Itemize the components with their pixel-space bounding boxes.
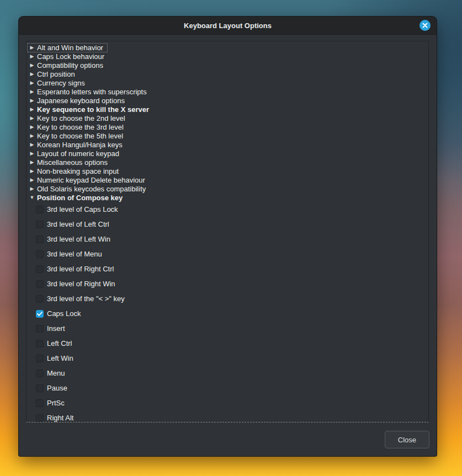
option-row[interactable]: Left Win <box>26 351 428 366</box>
checkbox-unchecked[interactable] <box>36 340 44 347</box>
checkbox-unchecked[interactable] <box>36 384 44 392</box>
option-row[interactable]: Insert <box>26 321 428 336</box>
option-label: Right Alt <box>47 414 73 422</box>
tree-item-label: Ctrl position <box>37 70 75 78</box>
checkbox-unchecked[interactable] <box>36 221 44 228</box>
tree-item[interactable]: ▶Esperanto letters with superscripts <box>26 87 428 96</box>
tree-item-line: ▶Layout of numeric keypad <box>28 149 123 158</box>
expander-collapsed-icon[interactable]: ▶ <box>29 151 35 156</box>
tree-item-label: Japanese keyboard options <box>37 97 125 105</box>
expander-collapsed-icon[interactable]: ▶ <box>29 159 35 165</box>
tree-item[interactable]: ▶Key to choose the 3rd level <box>26 122 428 131</box>
tree-item-line: ▶Non-breaking space input <box>28 167 123 175</box>
checkbox-unchecked[interactable] <box>36 280 44 288</box>
tree-item-label: Korean Hangul/Hanja keys <box>37 141 123 149</box>
expander-collapsed-icon[interactable]: ▶ <box>29 133 35 138</box>
tree-item[interactable]: ▶Caps Lock behaviour <box>26 52 428 61</box>
tree-item[interactable]: ▶Non-breaking space input <box>26 167 428 175</box>
checkbox-unchecked[interactable] <box>36 355 44 362</box>
option-row[interactable]: PrtSc <box>26 395 428 410</box>
tree-item[interactable]: ▶Currency signs <box>26 78 428 87</box>
option-row[interactable]: 3rd level of Left Win <box>26 232 428 247</box>
tree-item-line: ▶Numeric keypad Delete behaviour <box>28 176 149 184</box>
tree-item-line: ▶Japanese keyboard options <box>28 97 129 105</box>
option-row[interactable]: Pause <box>26 381 428 395</box>
option-row[interactable]: Left Ctrl <box>26 336 428 351</box>
close-button[interactable]: Close <box>385 431 429 448</box>
option-label: PrtSc <box>47 399 65 407</box>
expander-collapsed-icon[interactable]: ▶ <box>29 168 35 174</box>
checkbox-unchecked[interactable] <box>36 370 44 377</box>
tree-item[interactable]: ▶Key to choose the 5th level <box>26 131 428 140</box>
checkbox-unchecked[interactable] <box>36 414 44 422</box>
expander-collapsed-icon[interactable]: ▶ <box>29 54 35 59</box>
checkbox-unchecked[interactable] <box>36 295 44 303</box>
tree-item-line: ▶Key sequence to kill the X server <box>28 105 153 114</box>
tree-item-line: ▶Ctrl position <box>28 70 79 78</box>
tree-item[interactable]: ▶Korean Hangul/Hanja keys <box>26 140 428 149</box>
tree-item[interactable]: ▶Ctrl position <box>26 69 428 78</box>
checkbox-checked[interactable] <box>36 310 44 318</box>
option-row[interactable]: 3rd level of Menu <box>26 247 428 261</box>
expander-collapsed-icon[interactable]: ▶ <box>29 62 35 68</box>
checkbox-unchecked[interactable] <box>36 236 44 243</box>
option-row[interactable]: Caps Lock <box>26 306 428 321</box>
expander-collapsed-icon[interactable]: ▶ <box>29 115 35 121</box>
option-label: 3rd level of Left Win <box>47 235 110 243</box>
tree-item-line: ▶Key to choose the 3rd level <box>28 123 128 131</box>
tree-item-label: Key to choose the 2nd level <box>37 114 125 122</box>
tree-item-label: Esperanto letters with superscripts <box>37 88 147 96</box>
expander-expanded-icon[interactable]: ▼ <box>29 195 35 200</box>
expander-collapsed-icon[interactable]: ▶ <box>29 98 35 103</box>
option-row[interactable]: 3rd level of Left Ctrl <box>26 217 428 232</box>
tree-item[interactable]: ▶Key sequence to kill the X server <box>26 105 428 114</box>
checkbox-unchecked[interactable] <box>36 265 44 273</box>
expander-collapsed-icon[interactable]: ▶ <box>29 80 35 85</box>
option-label: 3rd level of the "< >" key <box>47 295 125 303</box>
expander-collapsed-icon[interactable]: ▶ <box>29 186 35 191</box>
tree-item-line: ▶Alt and Win behavior <box>28 44 107 52</box>
tree-item-label: Key to choose the 3rd level <box>37 123 124 131</box>
expander-collapsed-icon[interactable]: ▶ <box>29 71 35 77</box>
checkbox-unchecked[interactable] <box>36 399 44 407</box>
titlebar[interactable]: Keyboard Layout Options <box>19 17 437 35</box>
option-row[interactable]: 3rd level of the "< >" key <box>26 291 428 306</box>
checkbox-unchecked[interactable] <box>36 250 44 258</box>
expander-collapsed-icon[interactable]: ▶ <box>29 45 35 50</box>
option-row[interactable]: Menu <box>26 366 428 381</box>
tree-item-line: ▶Esperanto letters with superscripts <box>28 88 151 96</box>
tree-item-label: Caps Lock behaviour <box>37 52 104 61</box>
expander-collapsed-icon[interactable]: ▶ <box>29 177 35 183</box>
expander-collapsed-icon[interactable]: ▶ <box>29 142 35 147</box>
tree-item[interactable]: ▶Compatibility options <box>26 61 428 69</box>
tree-item[interactable]: ▶Old Solaris keycodes compatibility <box>26 184 428 193</box>
option-label: 3rd level of Caps Lock <box>47 205 118 213</box>
option-label: 3rd level of Right Win <box>47 280 115 288</box>
expander-collapsed-icon[interactable]: ▶ <box>29 124 35 130</box>
expander-collapsed-icon[interactable]: ▶ <box>29 89 35 94</box>
options-tree[interactable]: ▶Alt and Win behavior▶Caps Lock behaviou… <box>26 41 429 422</box>
tree-item-label: Non-breaking space input <box>37 167 119 175</box>
checkbox-unchecked[interactable] <box>36 325 44 333</box>
expander-collapsed-icon[interactable]: ▶ <box>29 106 35 112</box>
option-label: Menu <box>47 369 65 377</box>
option-label: Left Win <box>47 354 73 362</box>
tree-item[interactable]: ▼Position of Compose key <box>26 193 428 202</box>
option-label: 3rd level of Menu <box>47 250 102 258</box>
tree-item[interactable]: ▶Japanese keyboard options <box>26 96 428 105</box>
option-row[interactable]: 3rd level of Caps Lock <box>26 202 428 217</box>
tree-item[interactable]: ▶Layout of numeric keypad <box>26 149 428 158</box>
tree-item[interactable]: ▶Alt and Win behavior <box>26 43 428 52</box>
close-icon <box>422 23 428 28</box>
tree-item-label: Currency signs <box>37 79 85 87</box>
tree-item[interactable]: ▶Numeric keypad Delete behaviour <box>26 175 428 184</box>
tree-item[interactable]: ▶Key to choose the 2nd level <box>26 114 428 122</box>
checkbox-unchecked[interactable] <box>36 206 44 213</box>
tree-item-label: Compatibility options <box>37 61 103 69</box>
tree-item[interactable]: ▶Miscellaneous options <box>26 158 428 167</box>
option-row[interactable]: 3rd level of Right Ctrl <box>26 261 428 276</box>
tree-item-line: ▶Currency signs <box>28 79 89 87</box>
window-close-button[interactable] <box>419 20 431 31</box>
option-row[interactable]: Right Alt <box>26 410 428 422</box>
option-row[interactable]: 3rd level of Right Win <box>26 276 428 291</box>
